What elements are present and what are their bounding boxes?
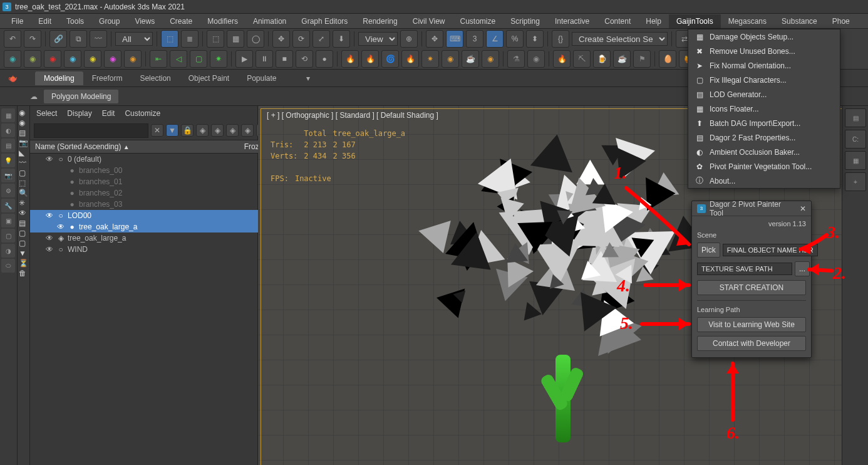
pivot-center-button[interactable]: ⊕ — [400, 30, 418, 48]
exp-ico[interactable]: ◉ — [19, 108, 28, 117]
stop-button[interactable]: ■ — [276, 50, 293, 68]
ribbon-tab-populate[interactable]: Populate — [238, 71, 285, 85]
selection-filter-dropdown[interactable]: All — [115, 32, 153, 46]
scale-button[interactable]: ⤢ — [313, 30, 330, 48]
percent-snap-button[interactable]: % — [506, 30, 524, 48]
menu-item[interactable]: ▤Dagor 2 Fast Properties... — [688, 130, 840, 145]
fx-icon-14[interactable]: ☕ — [613, 50, 631, 68]
menu-item[interactable]: ⓘAbout... — [688, 174, 840, 188]
fx-icon-16[interactable]: 🥚 — [659, 50, 676, 68]
explorer-menu-display[interactable]: Display — [67, 109, 91, 118]
left-icon[interactable]: 📷 — [1, 169, 15, 182]
ribbon-tab-selection[interactable]: Selection — [131, 71, 179, 85]
fx-icon-8[interactable]: ◉ — [482, 50, 499, 68]
exp-ico[interactable]: ▤ — [19, 128, 28, 137]
script-icon[interactable]: ▢ — [190, 50, 207, 68]
menu-civil view[interactable]: Civil View — [405, 14, 453, 28]
explorer-header[interactable]: Name (Sorted Ascending) ▲ Frozen — [30, 140, 272, 154]
menu-views[interactable]: Views — [127, 14, 162, 28]
ribbon-tab-object-paint[interactable]: Object Paint — [180, 71, 238, 85]
fx-icon-4[interactable]: 🔥 — [401, 50, 419, 68]
menu-item[interactable]: ▤LOD Generator... — [688, 87, 840, 102]
visibility-toggle-icon[interactable]: 👁 — [45, 234, 54, 243]
filter-input[interactable] — [34, 123, 148, 138]
category-icon-3[interactable]: ◉ — [44, 50, 61, 68]
dialog-close-button[interactable]: ✕ — [800, 204, 806, 213]
menu-item[interactable]: ▦Damage Objects Setup... — [688, 29, 840, 44]
menu-graph editors[interactable]: Graph Editors — [294, 14, 355, 28]
fx-icon-10[interactable]: ◉ — [527, 50, 545, 68]
tree-row[interactable]: ●branches_02 — [30, 187, 272, 199]
tree-row[interactable]: 👁◈tree_oak_large_a — [30, 232, 272, 244]
fx-icon-11[interactable]: 🔥 — [553, 50, 571, 68]
undo-button[interactable]: ↶ — [4, 30, 21, 48]
layers-icon-3[interactable]: ◈ — [241, 124, 254, 137]
final-object-name-input[interactable] — [723, 244, 818, 256]
texture-save-path-input[interactable] — [697, 263, 792, 275]
fx-icon-15[interactable]: ⚑ — [633, 50, 651, 68]
menu-rendering[interactable]: Rendering — [355, 14, 405, 28]
tree-row[interactable]: 👁○LOD00 — [30, 210, 272, 221]
left-icon[interactable]: ⚙ — [1, 184, 15, 197]
exp-ico[interactable]: 🗑 — [19, 269, 28, 278]
menu-interactive[interactable]: Interactive — [547, 14, 597, 28]
rec-button[interactable]: ● — [316, 50, 333, 68]
menu-item[interactable]: ▦Icons Floater... — [688, 102, 840, 116]
exp-ico[interactable]: 〰 — [19, 159, 28, 167]
bind-button[interactable]: 〰 — [90, 30, 107, 48]
named-selection-dropdown[interactable]: Create Selection Se — [572, 32, 668, 46]
ribbon-tab-modeling[interactable]: Modeling — [35, 71, 83, 85]
menu-content[interactable]: Content — [597, 14, 638, 28]
visibility-toggle-icon[interactable] — [56, 166, 65, 175]
ref-coord-dropdown[interactable]: View — [358, 32, 398, 46]
exp-ico[interactable]: ⬚ — [19, 179, 28, 187]
left-icon[interactable]: 💡 — [1, 154, 15, 167]
category-icon-5[interactable]: ◉ — [84, 50, 101, 68]
redo-button[interactable]: ↷ — [24, 30, 41, 48]
fx-icon-13[interactable]: 🍺 — [593, 50, 611, 68]
rotate-button[interactable]: ⟳ — [292, 30, 310, 48]
menu-item[interactable]: ◐Ambient Occlusion Baker... — [688, 145, 840, 159]
menu-file[interactable]: File — [4, 14, 31, 28]
right-icon[interactable]: ▤ — [845, 108, 866, 127]
tree-row[interactable]: 👁○WIND — [30, 244, 272, 255]
tree-row[interactable]: 👁●tree_oak_large_a — [30, 221, 272, 232]
menu-animation[interactable]: Animation — [245, 14, 294, 28]
manipulate-button[interactable]: ✥ — [426, 30, 443, 48]
menu-item[interactable]: ⬆Batch DAG Import\Export... — [688, 116, 840, 130]
visit-learning-button[interactable]: Visit to Learning Web Site — [697, 317, 806, 332]
exp-ico[interactable]: 🔍 — [19, 189, 28, 197]
goto-start-icon[interactable]: ⇤ — [150, 50, 167, 68]
angle-snap-button[interactable]: ∠ — [486, 30, 504, 48]
category-icon-7[interactable]: ◉ — [124, 50, 142, 68]
category-icon-6[interactable]: ◉ — [104, 50, 121, 68]
menu-phoe[interactable]: Phoe — [825, 14, 857, 28]
menu-gaijintools[interactable]: GaijinTools — [669, 14, 721, 28]
move-button[interactable]: ✥ — [272, 30, 290, 48]
visibility-toggle-icon[interactable] — [56, 200, 65, 209]
fx-icon-12[interactable]: ⛏ — [573, 50, 591, 68]
ribbon-expand-icon[interactable]: ▾ — [299, 70, 317, 87]
snaps-toggle-button[interactable]: 3 — [466, 30, 483, 48]
explorer-menu-edit[interactable]: Edit — [102, 109, 115, 118]
scene-tree[interactable]: 👁○0 (default) ●branches_00 ●branches_01 … — [30, 154, 272, 465]
contact-developer-button[interactable]: Contact with Developer — [697, 336, 806, 351]
start-creation-button[interactable]: START CREATION — [697, 280, 806, 295]
ribbon-tab-freeform[interactable]: Freeform — [83, 71, 132, 85]
menu-edit[interactable]: Edit — [31, 14, 59, 28]
menu-tools[interactable]: Tools — [59, 14, 91, 28]
visibility-toggle-icon[interactable]: 👁 — [56, 222, 65, 231]
link-button[interactable]: 🔗 — [49, 30, 67, 48]
filter-mode-icon[interactable]: ▼ — [166, 124, 178, 137]
menu-item[interactable]: ✖Remove Unused Bones... — [688, 44, 840, 58]
menu-scripting[interactable]: Scripting — [503, 14, 547, 28]
placement-button[interactable]: ⬇ — [333, 30, 350, 48]
fx-icon-5[interactable]: ✷ — [421, 50, 439, 68]
teapot-icon[interactable]: 🫖 — [4, 70, 21, 87]
exp-ico[interactable]: ▢ — [19, 229, 28, 238]
left-icon[interactable]: ◑ — [1, 244, 15, 258]
left-icon[interactable]: ▤ — [1, 138, 15, 152]
cloud-icon[interactable]: ☁ — [25, 88, 43, 105]
select-by-name-button[interactable]: ≣ — [181, 30, 199, 48]
tree-row[interactable]: 👁○0 (default) — [30, 154, 272, 165]
